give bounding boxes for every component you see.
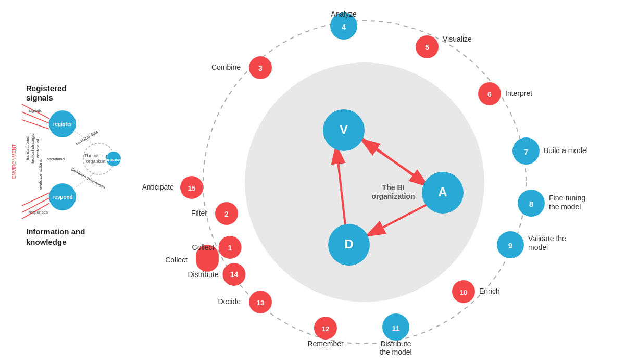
step-12-label: 12 bbox=[322, 325, 329, 333]
step-13-text: Decide bbox=[218, 297, 241, 306]
v-label: V bbox=[340, 122, 348, 136]
registered-signals-title-1: Registered bbox=[26, 84, 67, 93]
signal-line-2 bbox=[22, 112, 49, 123]
step-8-text2: the model bbox=[549, 203, 581, 211]
step-2-label: 2 bbox=[224, 210, 229, 218]
registered-signals-title-2: signals bbox=[26, 93, 53, 102]
step-13-label: 13 bbox=[257, 299, 264, 307]
environment-label: ENVIRONMENT bbox=[11, 144, 17, 179]
step-3-text: Combine bbox=[211, 63, 241, 71]
responses-label: responses bbox=[29, 210, 48, 215]
process-inner-label: process bbox=[106, 157, 122, 162]
step-3-label: 3 bbox=[258, 64, 262, 72]
step-14-node[interactable] bbox=[196, 245, 219, 268]
step-8-text: Fine-tuning bbox=[549, 194, 585, 202]
step-9-label: 9 bbox=[508, 241, 512, 250]
step-1-text: Collect bbox=[165, 256, 188, 264]
info-knowledge-title-1: Information and bbox=[26, 227, 85, 236]
a-label: A bbox=[438, 185, 447, 199]
step-11-text2: the model bbox=[380, 348, 411, 356]
step-7-text: Build a model bbox=[544, 146, 588, 155]
step-2-text: Filter bbox=[191, 209, 207, 217]
step-10-text: Enrich bbox=[479, 287, 500, 295]
response-line-1 bbox=[22, 193, 49, 206]
respond-label: respond bbox=[52, 194, 72, 200]
step-11-label: 11 bbox=[392, 324, 399, 332]
bi-org-subtitle: organization bbox=[371, 192, 415, 200]
step-4-label: 4 bbox=[342, 22, 346, 31]
step-5-label: 5 bbox=[425, 43, 429, 52]
register-label: register bbox=[53, 121, 72, 127]
step-15-label: 15 bbox=[188, 184, 195, 192]
distribute-info-label: distribute information bbox=[70, 167, 106, 190]
step-10-label: 10 bbox=[460, 288, 467, 296]
contextual-label: contextual bbox=[35, 139, 40, 158]
step-9-text: Validate the bbox=[528, 234, 566, 243]
operational-label: operational bbox=[47, 157, 65, 161]
step-6-label: 6 bbox=[488, 90, 492, 98]
signal-line-3 bbox=[22, 120, 49, 129]
step-11-text: Distribute bbox=[380, 340, 411, 348]
d-label: D bbox=[344, 237, 353, 251]
bi-org-title: The BI bbox=[382, 183, 405, 192]
tactical-label: tactical strategic bbox=[30, 133, 35, 163]
step-8-label: 8 bbox=[529, 199, 533, 208]
step-6-text: Interpret bbox=[505, 89, 532, 97]
evaluate-actions-label: evaluate actions bbox=[38, 159, 43, 190]
info-knowledge-title-2: knowledge bbox=[26, 237, 67, 246]
step-9-text2: model bbox=[528, 243, 548, 252]
step-7-label: 7 bbox=[524, 147, 528, 156]
step-15-text: Anticipate bbox=[142, 183, 174, 191]
step-5-text: Visualize bbox=[443, 35, 472, 43]
signals-label: signals bbox=[29, 108, 42, 113]
step-4-text: Analyze bbox=[331, 10, 357, 18]
step-12-text: Remember bbox=[307, 340, 344, 348]
transactional-label: transactional bbox=[25, 136, 30, 160]
